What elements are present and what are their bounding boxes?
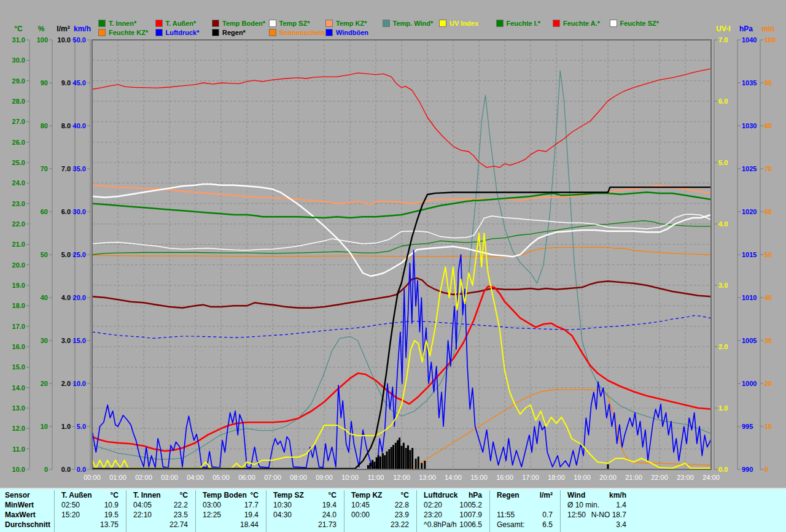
axis-label: 50.0 — [73, 36, 86, 44]
rain-bar — [372, 460, 373, 469]
table-cell: 13.75 — [61, 520, 119, 529]
legend-label: T. Außen* — [166, 20, 196, 27]
table-cell: Gesamt:6.5 — [497, 520, 553, 529]
legend-item-feuchte-a[interactable]: Feuchte A.* — [553, 19, 600, 27]
axis-label: 50 — [41, 251, 48, 258]
table-cell: 04:0522.2 — [133, 501, 188, 509]
legend-label: Temp SZ* — [279, 20, 310, 27]
axis-label: 24.0 — [12, 179, 25, 187]
table-cell: Temp KZ°C — [351, 491, 409, 499]
axis-label: 4.0 — [718, 220, 728, 228]
axis-label: 11:00 — [368, 474, 384, 481]
rain-bar — [392, 445, 394, 469]
table-row-label: Durchschnitt — [5, 520, 50, 529]
table-cell: ^0.8hPa/h1006.5 — [424, 520, 482, 529]
axis-label: 15:00 — [470, 474, 488, 481]
legend-label: Sonnenschein — [279, 29, 325, 36]
legend-label: Feuchte I.* — [507, 20, 541, 27]
table-cell: 22.74 — [133, 520, 188, 529]
legend-item-feuchte-sz[interactable]: Feuchte SZ* — [610, 19, 660, 27]
legend-item-temp-wind[interactable]: Temp. Wind* — [383, 19, 434, 27]
table-column-separator — [344, 490, 344, 532]
table-cell: 12:2519.4 — [203, 511, 259, 519]
table-row-label: MinWert — [5, 501, 34, 509]
table-column-separator — [560, 490, 561, 532]
legend-swatch-feuchte-kz — [98, 29, 106, 36]
axis-label: hPa — [739, 25, 753, 33]
rain-bar — [395, 443, 397, 469]
rain-bar — [382, 453, 384, 469]
axis-label: 09:00 — [316, 474, 333, 481]
axis-label: 35.0 — [73, 165, 86, 172]
legend-label: Feuchte A.* — [563, 20, 600, 27]
table-cell: 10:4522.8 — [351, 501, 409, 509]
axis-label: 05:00 — [212, 474, 230, 481]
legend-swatch-feuchte-sz — [610, 20, 617, 27]
table-cell: 23.22 — [351, 520, 409, 529]
axis-label: 10 — [41, 423, 48, 430]
table-column-separator — [195, 490, 196, 532]
legend-item-t-innen[interactable]: T. Innen* — [98, 19, 136, 27]
table-cell: T. Innen°C — [133, 491, 188, 499]
legend-item-luftdruck[interactable]: Luftdruck* — [155, 28, 200, 36]
axis-label: 20.0 — [12, 261, 25, 269]
legend-swatch-feuchte-i — [496, 20, 504, 27]
axis-label: 0.0 — [77, 466, 86, 473]
rain-bar — [409, 450, 411, 470]
table-cell: 12:50N-NO 18.7 — [567, 511, 626, 519]
legend-item-t-aussen[interactable]: T. Außen* — [155, 19, 196, 27]
legend-item-windboeen[interactable]: Windböen — [325, 28, 368, 36]
rain-bar — [403, 443, 405, 469]
axis-label: 5.0 — [718, 159, 728, 166]
legend-swatch-temp-sz — [269, 20, 276, 27]
legend-item-temp-boden[interactable]: Temp Boden* — [212, 19, 265, 27]
table-column-separator — [54, 490, 55, 532]
legend-item-temp-kz[interactable]: Temp KZ* — [325, 19, 367, 27]
legend-item-temp-sz[interactable]: Temp SZ* — [269, 19, 310, 27]
legend-swatch-temp-wind — [383, 20, 390, 27]
legend-swatch-luftdruck — [155, 29, 163, 36]
legend-label: UV Index — [449, 20, 478, 27]
stats-table: SensorMinWertMaxWertDurchschnittT. Außen… — [0, 488, 786, 532]
legend-item-sonnenschein[interactable]: Sonnenschein — [269, 28, 325, 36]
rain-bar — [397, 440, 399, 469]
legend-item-feuchte-i[interactable]: Feuchte I.* — [496, 19, 541, 27]
axis-label: 02:00 — [135, 474, 152, 481]
axis-label: 45.0 — [73, 79, 86, 87]
table-cell: 21.73 — [273, 520, 337, 529]
axis-label: 100 — [765, 36, 776, 44]
legend-label: Luftdruck* — [166, 29, 200, 36]
legend-item-uv-index[interactable]: UV Index — [439, 19, 478, 27]
axis-label: 40 — [41, 294, 48, 301]
axis-label: 90 — [765, 79, 772, 87]
legend-item-regen[interactable]: Regen* — [212, 28, 246, 36]
legend-item-feuchte-kz[interactable]: Feuchte KZ* — [98, 28, 148, 36]
axis-label: 14:00 — [445, 474, 462, 481]
axis-label: 17:00 — [522, 474, 539, 481]
axis-label: 3.0 — [718, 282, 728, 289]
axis-label: 6.0 — [61, 208, 71, 215]
axis-label: 00:00 — [84, 474, 101, 481]
axis-label: 5.0 — [61, 251, 71, 258]
axis-label: 60 — [41, 208, 48, 215]
axis-label: 21:00 — [625, 474, 642, 481]
table-cell: 11:550.7 — [497, 511, 553, 519]
axis-label: °C — [14, 25, 23, 33]
legend-swatch-sonnenschein — [269, 29, 276, 36]
axis-label: 10:00 — [341, 474, 359, 481]
axis-label: 0.0 — [61, 466, 71, 473]
rain-bar — [388, 449, 390, 469]
axis-label: 1000 — [742, 380, 757, 387]
axis-label: 26.0 — [12, 139, 25, 146]
axis-label: 1025 — [742, 165, 757, 172]
legend-label: Regen* — [222, 29, 246, 36]
table-column-separator — [416, 490, 417, 532]
axis-label: 7.0 — [718, 36, 728, 44]
rain-bar — [407, 445, 409, 469]
table-cell: Regenl/m² — [497, 491, 553, 499]
table-cell: 10:3019.4 — [273, 501, 337, 509]
axis-label: 21.0 — [12, 241, 25, 248]
rain-bar — [607, 465, 609, 469]
axis-label: 8.0 — [61, 122, 71, 129]
axis-label: 30.0 — [12, 56, 25, 64]
